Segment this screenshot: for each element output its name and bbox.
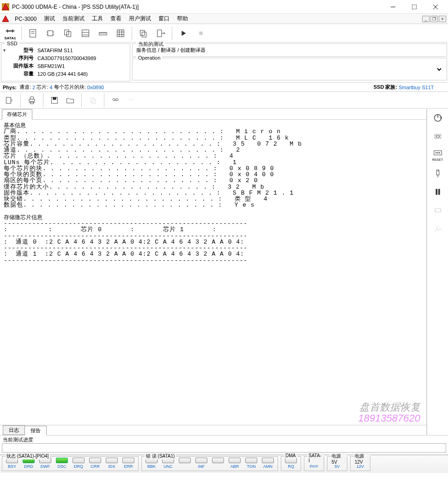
svg-point-58 — [437, 153, 438, 153]
stop-icon[interactable] — [193, 25, 209, 42]
led-rq: RQ — [283, 458, 299, 469]
svg-rect-35 — [157, 30, 162, 37]
sata-port-button[interactable]: SATA1 — [2, 25, 18, 42]
chip-dim-icon[interactable] — [430, 204, 445, 217]
save-icon[interactable] — [48, 94, 61, 107]
svg-rect-39 — [6, 97, 11, 103]
status-group-g3: DMARQ — [281, 456, 301, 471]
led-label: ABR — [230, 464, 239, 469]
svg-point-57 — [436, 153, 436, 153]
phys-ch-value: 2 — [32, 85, 35, 90]
export-icon[interactable] — [3, 94, 16, 107]
phys-bar: Phys: 通道: 2 芯片: 4 每个芯片的块: 0x0890 SSD 家族:… — [0, 83, 448, 92]
chip-side-icon[interactable] — [430, 130, 445, 143]
app-icon — [2, 3, 9, 11]
tab-report[interactable]: 报告 — [24, 426, 47, 435]
mdi-minimize[interactable]: _ — [422, 16, 430, 22]
svg-rect-42 — [30, 101, 34, 104]
led-indicator — [179, 458, 191, 463]
copy-icon[interactable] — [135, 25, 151, 42]
table-icon[interactable] — [77, 25, 94, 42]
svg-rect-54 — [435, 134, 441, 138]
menu-current-test[interactable]: 当前测试 — [59, 14, 88, 24]
led-label: AMN — [263, 464, 272, 469]
led-crr: CRR — [87, 458, 103, 469]
reset-icon[interactable]: RESET — [430, 148, 445, 161]
tab-log[interactable]: 日志 — [3, 425, 25, 435]
led-label: PHY — [310, 464, 319, 469]
menu-app[interactable]: PC-3000 — [11, 15, 40, 23]
phys-chip-value: 4 — [50, 85, 53, 90]
menu-tools[interactable]: 工具 — [88, 14, 107, 24]
phys-family-value: Smartbuy S11T — [399, 85, 434, 90]
led-label: UNC — [163, 464, 173, 469]
svg-rect-55 — [436, 135, 439, 137]
svg-rect-33 — [140, 30, 145, 35]
play-icon[interactable] — [175, 25, 192, 42]
ruler-icon[interactable] — [95, 25, 111, 42]
tab-storage-chip[interactable]: 存储芯片 — [2, 109, 32, 120]
svg-point-51 — [132, 98, 134, 100]
bottom-tab-row: 日志 报告 — [0, 425, 426, 435]
svg-rect-60 — [436, 171, 439, 175]
open-icon[interactable] — [64, 94, 77, 107]
side-toolbar: RESET — [427, 109, 448, 435]
mdi-restore[interactable]: ❐ — [430, 16, 438, 22]
operation-dropdown[interactable] — [136, 65, 443, 74]
menu-user-test[interactable]: 用户测试 — [125, 14, 155, 24]
status-legend: 状态 (SATA1)-[PIO4] — [5, 453, 50, 459]
status-group-g6: 电源 12V12V — [350, 456, 370, 471]
svg-rect-64 — [436, 189, 437, 195]
mdi-close[interactable]: × — [439, 16, 446, 22]
led-inf: INF — [194, 458, 209, 469]
svg-rect-41 — [30, 97, 34, 99]
menu-help[interactable]: 帮助 — [173, 14, 192, 24]
collapse-arrow-icon[interactable]: ▾ — [3, 48, 9, 53]
print-icon[interactable] — [25, 94, 38, 107]
led-idx: IDX — [104, 458, 120, 469]
ssd-model-value: SATAFIRM S11 — [37, 47, 96, 54]
exit-icon[interactable] — [152, 25, 169, 42]
led-indicator — [122, 458, 134, 463]
output-area: 基本信息 厂商. . . . . . . . . . . . . . . . .… — [0, 120, 426, 425]
maximize-button[interactable] — [404, 0, 425, 13]
status-group-g2: 错 误 (SATA1)BBKUNCINFABRTONAMN — [141, 456, 278, 471]
status-legend: 错 误 (SATA1) — [145, 453, 176, 459]
phys-family-label: SSD 家族: — [374, 84, 397, 91]
menu-view[interactable]: 查看 — [107, 14, 125, 24]
operation-legend: Operation — [136, 55, 162, 61]
led-dsc: DSC — [54, 458, 70, 469]
led-blank — [210, 458, 226, 469]
close-button[interactable] — [425, 0, 446, 13]
led-label: 12V — [357, 464, 364, 469]
svg-rect-38 — [199, 31, 202, 35]
menu-window[interactable]: 窗口 — [155, 14, 173, 24]
find-icon[interactable] — [109, 94, 122, 107]
app-icon-small — [2, 15, 9, 23]
led-label: IDX — [108, 464, 115, 469]
svg-marker-5 — [2, 16, 9, 22]
minimize-button[interactable] — [382, 0, 404, 13]
document-icon[interactable] — [24, 25, 41, 42]
pause-icon[interactable] — [430, 185, 445, 198]
svg-marker-37 — [182, 31, 186, 36]
ssd-fw-value: SBFM21W1 — [37, 62, 96, 69]
led-label: CRR — [91, 464, 100, 469]
files-icon[interactable] — [60, 25, 76, 42]
grid-icon[interactable] — [112, 25, 129, 42]
led-indicator — [195, 458, 207, 463]
menu-test[interactable]: 测试 — [40, 14, 59, 24]
led-err: ERR — [121, 458, 136, 469]
chip-icon[interactable] — [42, 25, 59, 42]
led-indicator — [73, 458, 85, 463]
led-label: RQ — [288, 464, 294, 469]
status-legend: DMA — [284, 453, 297, 458]
tools-dim-icon[interactable] — [430, 222, 445, 235]
phys-ch-label: 通道: — [19, 84, 31, 91]
ssd-cap-label: 容量 — [13, 70, 36, 77]
find-next-icon — [125, 94, 138, 107]
led-label: DSC — [57, 464, 66, 469]
power-icon[interactable] — [430, 111, 445, 124]
plug-icon[interactable] — [430, 167, 445, 180]
phys-blocks-value: 0x0890 — [87, 85, 104, 90]
